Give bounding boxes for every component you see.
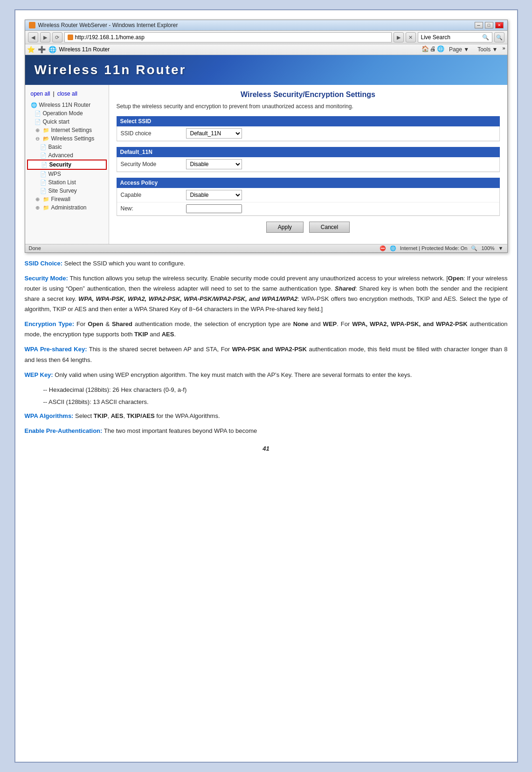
sidebar-item-site-survey[interactable]: Site Survey <box>27 187 107 195</box>
more-icon: » <box>502 45 505 54</box>
router-header: Wireless 11n Router <box>25 55 507 85</box>
capable-control: Disable <box>186 190 496 200</box>
sidebar: open all | close all Wireless 11N Router… <box>25 85 109 244</box>
browser-favicon <box>29 22 35 28</box>
router-icon: 🌐 <box>48 46 56 53</box>
security-mode-row: Security Mode Disable <box>117 157 499 172</box>
aes-text: AES <box>111 412 124 419</box>
open-bold: Open <box>448 275 463 282</box>
back-button[interactable]: ◀ <box>28 32 38 42</box>
none-bold: None <box>293 320 309 327</box>
security-mode-help-label: Security Mode: <box>25 275 68 282</box>
encryption-type-paragraph: Encryption Type: For Open & Shared authe… <box>25 319 508 340</box>
sidebar-item-wireless-settings[interactable]: Wireless Settings <box>27 134 107 143</box>
wpa-pre-paragraph: WPA Pre-shared Key: This is the shared s… <box>25 344 508 365</box>
security-mode-desc1: This function allows you setup the wirel… <box>69 275 448 282</box>
sidebar-label-operation-mode: Operation Mode <box>43 110 83 117</box>
tools-menu[interactable]: Tools ▼ <box>474 45 501 54</box>
sidebar-item-basic[interactable]: Basic <box>27 143 107 151</box>
sidebar-item-quick-start[interactable]: Quick start <box>27 118 107 126</box>
zoom-icon: 🔍 <box>471 245 477 251</box>
sidebar-label-administration: Administration <box>51 204 87 211</box>
new-control <box>186 204 496 213</box>
forward-button[interactable]: ▶ <box>40 32 50 42</box>
sidebar-label-basic: Basic <box>48 144 62 150</box>
sidebar-item-advanced[interactable]: Advanced <box>27 151 107 160</box>
search-bar[interactable]: Live Search 🔍 <box>418 32 492 42</box>
refresh-button[interactable]: ⟳ <box>52 32 62 42</box>
router-icon <box>31 102 37 108</box>
enc-desc2: . For <box>337 320 352 327</box>
doc-icon <box>35 110 41 117</box>
sidebar-item-station-list[interactable]: Station List <box>27 178 107 187</box>
tkip-bold: TKIP <box>134 331 148 338</box>
ssid-choice-control: Default_11N <box>186 128 496 139</box>
wpa-algo-label: WPA Algorithms: <box>25 412 74 419</box>
sidebar-label-quick-start: Quick start <box>43 118 69 125</box>
close-all-link[interactable]: close all <box>57 90 77 97</box>
stop-button[interactable]: ✕ <box>406 32 416 42</box>
folder-open-icon <box>43 135 49 142</box>
doc-icon8 <box>40 188 47 194</box>
sidebar-item-operation-mode[interactable]: Operation Mode <box>27 109 107 118</box>
doc-icon7 <box>40 179 47 186</box>
browser-window: Wireless Router WebServer - Windows Inte… <box>25 20 508 253</box>
zoom-dropdown-icon[interactable]: ▼ <box>498 245 504 251</box>
wpa-bold2: WPA, WPA2, WPA-PSK, and WPA2-PSK <box>352 320 468 327</box>
doc-icon3 <box>40 144 47 150</box>
help-text-section: SSID Choice: Select the SSID which you w… <box>25 258 508 454</box>
security-mode-control: Disable <box>186 159 496 169</box>
plus-icon2 <box>35 196 41 202</box>
apply-button[interactable]: Apply <box>266 222 304 233</box>
tkip-aes-text: TKIP/AES <box>127 412 155 419</box>
sidebar-item-administration[interactable]: Administration <box>27 203 107 212</box>
browser-controls: ─ □ ✕ <box>475 22 504 28</box>
zoom-level: 100% <box>481 245 494 251</box>
default-11n-table: Security Mode Disable <box>117 157 500 172</box>
cancel-button[interactable]: Cancel <box>309 222 350 233</box>
sidebar-label-advanced: Advanced <box>48 152 73 159</box>
doc-icon4 <box>40 152 47 159</box>
sidebar-item-security[interactable]: Security <box>27 160 107 170</box>
sidebar-item-router[interactable]: Wireless 11N Router <box>27 101 107 109</box>
address-favicon <box>68 35 73 40</box>
enable-pre-text: The two most important features beyond W… <box>104 427 257 434</box>
address-url: http://192.168.1.1/home.asp <box>75 34 145 41</box>
status-text: Done <box>29 245 41 251</box>
sidebar-label-router: Wireless 11N Router <box>39 102 91 108</box>
sidebar-item-wps[interactable]: WPS <box>27 170 107 178</box>
search-icon: 🔍 <box>482 34 489 41</box>
capable-select[interactable]: Disable <box>186 190 242 200</box>
sidebar-label-internet-settings: Internet Settings <box>51 127 92 133</box>
ssid-choice-select[interactable]: Default_11N <box>186 128 242 139</box>
doc-icon2 <box>35 118 41 125</box>
maximize-button[interactable]: □ <box>485 22 493 28</box>
browser-title: Wireless Router WebServer - Windows Inte… <box>29 22 178 28</box>
close-button[interactable]: ✕ <box>495 22 504 28</box>
plus-icon <box>35 127 41 133</box>
new-input[interactable] <box>186 204 242 213</box>
status-right-text: Internet | Protected Mode: On <box>400 245 468 251</box>
sidebar-item-internet-settings[interactable]: Internet Settings <box>27 126 107 134</box>
minimize-button[interactable]: ─ <box>475 22 483 28</box>
and3: and <box>148 331 162 338</box>
print-icon: 🖨 <box>430 45 436 54</box>
default-11n-header: Default_11N <box>117 147 500 157</box>
sidebar-label-wps: WPS <box>48 171 61 177</box>
address-bar[interactable]: http://192.168.1.1/home.asp <box>64 32 392 42</box>
new-label: New: <box>121 205 186 212</box>
ssid-choice-paragraph: SSID Choice: Select the SSID which you w… <box>25 258 508 269</box>
security-mode-select[interactable]: Disable <box>186 159 242 169</box>
security-mode-paragraph: Security Mode: This function allows you … <box>25 273 508 314</box>
open-all-link[interactable]: open all <box>31 90 50 97</box>
home-icon: 🏠 <box>421 45 429 54</box>
wpa-pre-text: This is the shared secret between AP and… <box>89 346 232 353</box>
page-menu[interactable]: Page ▼ <box>445 45 473 54</box>
wpa-psk-bold: WPA-PSK and WPA2-PSK <box>232 346 307 353</box>
sidebar-item-firewall[interactable]: Firewall <box>27 195 107 203</box>
and2: and <box>308 320 323 327</box>
sidebar-label-site-survey: Site Survey <box>48 188 77 194</box>
browser-titlebar: Wireless Router WebServer - Windows Inte… <box>25 20 507 31</box>
go-button[interactable]: ▶ <box>394 32 404 42</box>
search-submit[interactable]: 🔍 <box>494 32 504 42</box>
